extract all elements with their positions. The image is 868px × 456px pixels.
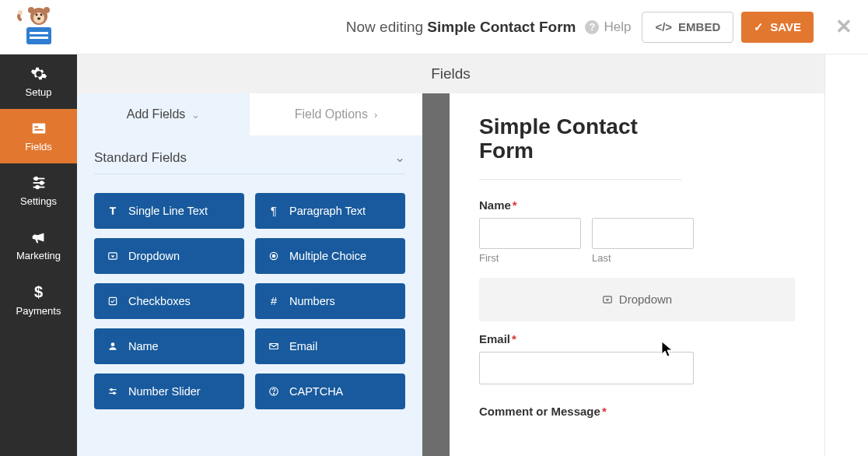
dropdown-dropzone[interactable]: Dropdown (479, 278, 795, 321)
sublabel-last: Last (592, 252, 694, 264)
chevron-down-icon: ⌄ (191, 109, 200, 121)
svg-point-24 (111, 342, 115, 346)
dropdown-icon (107, 251, 119, 261)
check-icon (754, 20, 764, 34)
label-email: Email* (479, 332, 795, 346)
svg-point-29 (114, 392, 115, 394)
svg-point-31 (273, 393, 274, 394)
tab-add-fields[interactable]: Add Fields⌄ (77, 93, 250, 135)
svg-rect-12 (34, 126, 38, 128)
form-icon (30, 120, 47, 137)
svg-point-10 (18, 10, 23, 15)
save-button[interactable]: SAVE (741, 12, 814, 43)
input-last-name[interactable] (592, 218, 694, 249)
svg-point-4 (36, 14, 38, 16)
svg-point-18 (40, 181, 43, 184)
svg-point-28 (110, 389, 112, 391)
dollar-icon: $ (34, 283, 43, 301)
field-checkboxes[interactable]: Checkboxes (94, 283, 244, 319)
gear-icon (30, 65, 47, 82)
envelope-icon (268, 341, 280, 352)
paragraph-icon: ¶ (268, 205, 280, 217)
field-numbers[interactable]: #Numbers (255, 283, 405, 319)
nav-setup[interactable]: Setup (0, 54, 77, 109)
question-icon (268, 386, 280, 397)
field-paragraph-text[interactable]: ¶Paragraph Text (255, 193, 405, 229)
label-name: Name* (479, 198, 795, 212)
label-comment: Comment or Message* (479, 405, 795, 418)
form-preview: Simple Contact Form Name* First Last Dro… (450, 93, 824, 456)
field-name[interactable]: Name (94, 328, 244, 364)
field-number-slider[interactable]: Number Slider (94, 374, 244, 409)
tab-field-options[interactable]: Field Options› (250, 93, 422, 135)
user-icon (107, 341, 119, 352)
help-icon: ? (585, 20, 599, 34)
svg-point-2 (44, 7, 50, 13)
checkbox-icon (107, 296, 119, 307)
help-link[interactable]: ? Help (585, 19, 631, 35)
nav-payments[interactable]: $ Payments (0, 272, 77, 327)
sliders-icon (30, 174, 47, 191)
dropdown-icon (602, 294, 613, 305)
text-icon (107, 205, 119, 216)
form-title: Simple Contact Form (479, 115, 681, 180)
field-panel: Add Fields⌄ Field Options› Standard Fiel… (77, 93, 422, 456)
megaphone-icon (30, 229, 47, 246)
editing-label: Now editing Simple Contact Form (62, 19, 585, 36)
svg-point-19 (36, 186, 39, 189)
field-captcha[interactable]: CAPTCHA (255, 374, 405, 409)
close-button[interactable]: ✕ (835, 15, 852, 39)
page-title: Fields (77, 54, 824, 93)
svg-rect-8 (30, 32, 48, 34)
svg-point-6 (37, 18, 40, 20)
svg-rect-23 (109, 297, 116, 304)
svg-rect-9 (30, 37, 48, 39)
sidebar-nav: Setup Fields Settings Marketing $ Paymen… (0, 54, 77, 456)
field-dropdown[interactable]: Dropdown (94, 238, 244, 274)
svg-rect-13 (34, 129, 43, 131)
svg-point-22 (272, 254, 275, 258)
section-standard-fields[interactable]: Standard Fields ⌄ (94, 149, 405, 174)
svg-rect-11 (32, 124, 45, 134)
svg-rect-7 (26, 27, 51, 44)
nav-fields[interactable]: Fields (0, 109, 77, 163)
field-multiple-choice[interactable]: Multiple Choice (255, 238, 405, 274)
nav-marketing[interactable]: Marketing (0, 218, 77, 272)
input-email[interactable] (479, 352, 694, 384)
input-first-name[interactable] (479, 218, 581, 249)
code-icon: </> (655, 20, 672, 33)
svg-point-17 (34, 177, 37, 181)
sublabel-first: First (479, 252, 581, 264)
slider-icon (107, 386, 119, 397)
app-logo[interactable] (16, 5, 62, 48)
svg-point-5 (40, 14, 43, 16)
embed-button[interactable]: </> EMBED (642, 12, 733, 43)
hash-icon: # (268, 295, 280, 307)
chevron-down-icon: ⌄ (394, 149, 405, 166)
svg-point-1 (28, 7, 34, 13)
radio-icon (268, 251, 280, 261)
chevron-right-icon: › (374, 109, 377, 121)
nav-settings[interactable]: Settings (0, 163, 77, 218)
field-single-line-text[interactable]: Single Line Text (94, 193, 244, 229)
field-email[interactable]: Email (255, 328, 405, 364)
